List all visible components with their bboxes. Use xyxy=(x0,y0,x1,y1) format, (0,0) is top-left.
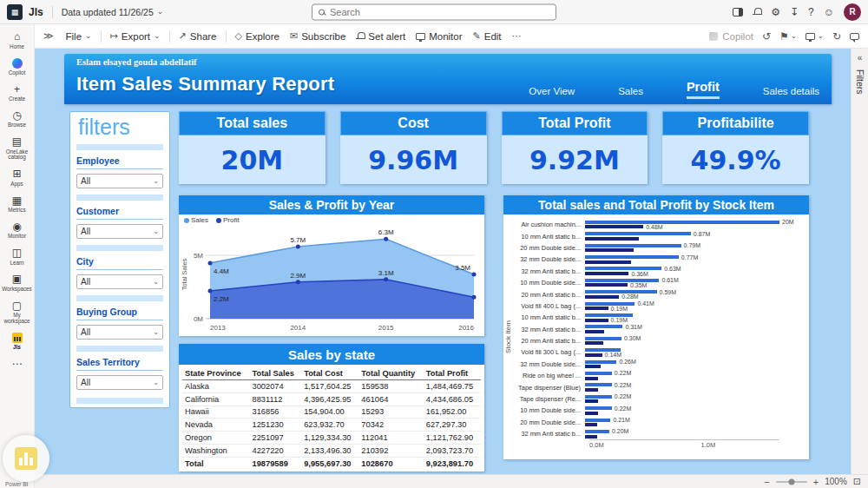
sidebar-item-metrics[interactable]: ▦Metrics xyxy=(0,195,34,214)
profit-bar[interactable] xyxy=(585,353,602,357)
app-launcher-icon[interactable]: ▦ xyxy=(7,4,23,20)
toolbar-set-alert-button[interactable]: Set alert xyxy=(351,29,411,44)
profit-bar[interactable] xyxy=(585,377,598,380)
sales-bar[interactable] xyxy=(585,430,609,433)
profit-bar[interactable] xyxy=(585,412,598,415)
report-tab-over-view[interactable]: Over View xyxy=(529,86,575,99)
download-button[interactable]: ↧ xyxy=(790,7,799,17)
profit-bar[interactable] xyxy=(585,260,631,264)
help-button[interactable]: ? xyxy=(808,7,814,17)
sales-bar[interactable] xyxy=(585,395,612,399)
sales-bar[interactable] xyxy=(585,360,616,364)
filter-dropdown-employee[interactable]: All⌄ xyxy=(76,174,163,188)
toolbar-file-button[interactable]: File⌄ xyxy=(61,29,97,44)
legend-item-profit[interactable]: Profit xyxy=(216,216,240,224)
filter-dropdown-sales-territory[interactable]: All⌄ xyxy=(76,375,163,390)
profit-bar[interactable] xyxy=(585,341,603,345)
profit-bar[interactable] xyxy=(585,307,608,310)
sidebar-item-onelake-catalog[interactable]: ▤OneLake catalog xyxy=(0,136,34,161)
column-header-total-cost[interactable]: Total Cost xyxy=(301,366,358,380)
legend-item-sales[interactable]: Sales xyxy=(184,216,208,224)
toolbar-more-options-button[interactable]: ⋯ xyxy=(507,28,527,44)
sales-bar[interactable] xyxy=(585,383,612,386)
toolbar-reset-button[interactable]: ↺ xyxy=(762,30,771,43)
sales-bar[interactable] xyxy=(585,372,612,375)
report-tab-profit[interactable]: Profit xyxy=(687,80,720,99)
double-chevron-right-icon[interactable]: ≫ xyxy=(43,30,54,42)
copilot-button[interactable]: Copilot xyxy=(709,31,753,42)
sales-bar[interactable] xyxy=(585,244,681,247)
profit-bar[interactable] xyxy=(585,295,619,299)
profit-bar[interactable] xyxy=(585,388,598,392)
kpi-card-total-sales[interactable]: Total sales20M xyxy=(179,111,326,184)
profit-bar[interactable] xyxy=(585,423,597,426)
profit-bar[interactable] xyxy=(585,225,643,228)
sales-bar[interactable] xyxy=(585,337,621,340)
sidebar-item-workspaces[interactable]: ▣Workspaces xyxy=(0,274,34,292)
feedback-button[interactable]: ☺ xyxy=(824,7,834,17)
sales-bar[interactable] xyxy=(585,419,610,422)
sales-bar[interactable] xyxy=(585,406,612,410)
profit-bar[interactable] xyxy=(585,435,597,439)
sidebar-item-jls[interactable]: Jls xyxy=(0,333,34,351)
sidebar-item-apps[interactable]: ⊞Apps xyxy=(0,168,34,187)
kpi-card-cost[interactable]: Cost9.96M xyxy=(340,111,487,184)
sidebar-item-more[interactable]: ⋯ xyxy=(0,359,34,372)
kpi-card-profitabilite[interactable]: Profitabilite49.9% xyxy=(662,111,809,184)
notifications-button[interactable] xyxy=(753,8,761,16)
profit-bar[interactable] xyxy=(585,237,639,241)
toolbar-subscribe-button[interactable]: ✉Subscribe xyxy=(285,28,351,44)
fit-to-page-icon[interactable]: ⊡ xyxy=(853,476,861,487)
report-tab-sales-details[interactable]: Sales details xyxy=(763,86,819,99)
sales-bar[interactable] xyxy=(585,325,622,328)
column-header-state-province[interactable]: State Province xyxy=(182,366,249,380)
filters-pane-collapsed[interactable]: « Filters xyxy=(851,49,868,474)
zoom-slider-thumb[interactable] xyxy=(788,478,794,485)
profit-bar[interactable] xyxy=(585,283,628,287)
side-panel-button[interactable] xyxy=(733,8,743,16)
column-header-total-quantity[interactable]: Total Quantity xyxy=(358,366,423,380)
column-header-total-sales[interactable]: Total Sales xyxy=(249,366,301,380)
profit-bar[interactable] xyxy=(585,365,601,368)
toolbar-bookmark-button[interactable]: ⚑⌄ xyxy=(779,30,797,43)
toolbar-edit-button[interactable]: ✎Edit xyxy=(468,28,507,44)
sales-bar[interactable] xyxy=(585,221,779,224)
sidebar-item-my-workspace[interactable]: ▢My workspace xyxy=(0,300,34,325)
sales-bar[interactable] xyxy=(585,255,679,259)
line-chart-visual[interactable]: Sales & Profit by Year SalesProfit 0M5M4… xyxy=(179,195,484,336)
sidebar-item-learn[interactable]: ◫Learn xyxy=(0,247,34,266)
zoom-out-button[interactable]: − xyxy=(764,478,769,486)
toolbar-refresh-button[interactable]: ↻ xyxy=(832,30,841,43)
toolbar-monitor-button[interactable]: Monitor xyxy=(411,29,467,44)
state-table-visual[interactable]: Sales by state State ProvinceTotal Sales… xyxy=(179,344,484,472)
toolbar-export-button[interactable]: ↦Export⌄ xyxy=(105,28,166,44)
sidebar-item-browse[interactable]: ◷Browse xyxy=(0,110,34,129)
profit-bar[interactable] xyxy=(585,319,608,322)
column-header-total-profit[interactable]: Total Profit xyxy=(424,366,481,380)
avatar[interactable]: R xyxy=(844,3,861,21)
kpi-card-total-profit[interactable]: Total Profit9.92M xyxy=(502,111,648,184)
sales-bar[interactable] xyxy=(585,232,691,235)
zoom-in-button[interactable]: + xyxy=(813,478,819,486)
zoom-slider[interactable] xyxy=(776,481,807,483)
settings-button[interactable]: ⚙ xyxy=(771,7,780,17)
search-box[interactable] xyxy=(312,3,556,20)
bar-chart-visual[interactable]: Total sales and Total Profit by Stock It… xyxy=(503,195,809,459)
toolbar-view-button[interactable]: ⌄ xyxy=(806,33,824,40)
sidebar-item-monitor[interactable]: ◉Monitor xyxy=(0,221,34,240)
profit-bar[interactable] xyxy=(585,248,634,252)
sidebar-item-copilot[interactable]: Copilot xyxy=(0,57,34,76)
report-tab-sales[interactable]: Sales xyxy=(618,86,643,99)
sales-bar[interactable] xyxy=(585,267,661,270)
sidebar-item-home[interactable]: ⌂Home xyxy=(0,31,34,49)
toolbar-explore-button[interactable]: ◇Explore xyxy=(230,28,285,44)
filter-dropdown-customer[interactable]: All⌄ xyxy=(76,224,163,239)
data-updated-dropdown[interactable]: Data updated 11/26/25 ⌄ xyxy=(62,7,164,17)
sales-bar[interactable] xyxy=(585,279,659,282)
profit-bar[interactable] xyxy=(585,330,604,333)
toolbar-comments-button[interactable] xyxy=(850,33,859,40)
profit-bar[interactable] xyxy=(585,399,598,403)
toolbar-share-button[interactable]: ↗Share xyxy=(174,28,222,44)
filter-dropdown-buying-group[interactable]: All⌄ xyxy=(76,325,163,340)
filter-dropdown-city[interactable]: All⌄ xyxy=(76,274,163,289)
